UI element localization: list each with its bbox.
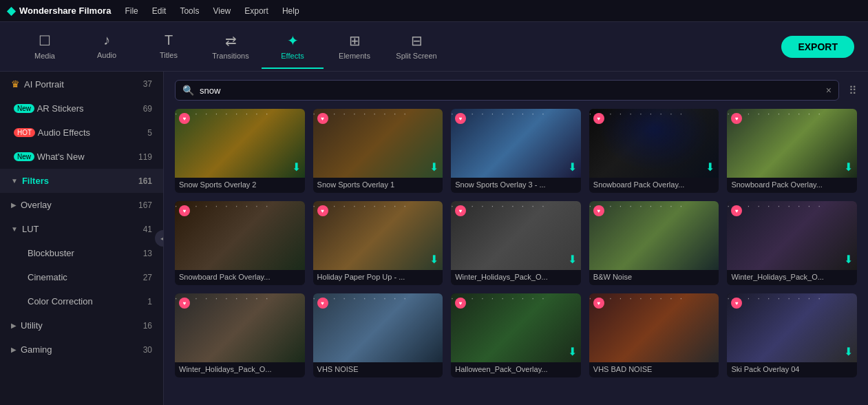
effect-card-10[interactable]: ♥⬇Winter_Holidays_Pack_O... [727, 201, 857, 285]
download-icon-15[interactable]: ⬇ [844, 345, 853, 358]
tool-media[interactable]: ☐ Media [14, 25, 76, 69]
sidebar-item-audio-effects[interactable]: HOT Audio Effects 5 [0, 121, 163, 145]
transitions-icon: ⇄ [225, 32, 237, 49]
effects-grid: ♥⬇Snow Sports Overlay 2♥⬇Snow Sports Ove… [164, 109, 868, 405]
tool-split-screen[interactable]: ⊟ Split Screen [385, 25, 447, 69]
tool-titles[interactable]: T Titles [138, 25, 200, 69]
sidebar-item-filters[interactable]: ▼ Filters 161 [0, 169, 163, 193]
sidebar-item-overlay[interactable]: ▶ Overlay 167 [0, 193, 163, 217]
effect-card-8[interactable]: ♥⬇Winter_Holidays_Pack_O... [451, 201, 581, 285]
effect-name-3: Snow Sports Overlay 3 - ... [451, 178, 581, 193]
menu-edit[interactable]: Edit [152, 6, 167, 16]
sidebar-item-whats-new[interactable]: New What's New 119 [0, 145, 163, 169]
download-icon-13[interactable]: ⬇ [568, 345, 577, 358]
tool-elements[interactable]: ⊞ Elements [324, 25, 385, 69]
sidebar-item-blockbuster[interactable]: Blockbuster 13 [0, 241, 163, 265]
menu-tools[interactable]: Tools [180, 6, 199, 16]
menu-file[interactable]: File [125, 6, 138, 16]
fav-icon-7[interactable]: ♥ [317, 205, 328, 216]
export-button[interactable]: EXPORT [781, 36, 854, 58]
tool-transitions[interactable]: ⇄ Transitions [200, 25, 262, 69]
search-icon: 🔍 [182, 85, 194, 96]
expand-gaming-icon: ▶ [11, 346, 17, 353]
fav-icon-2[interactable]: ♥ [317, 113, 328, 124]
effect-card-6[interactable]: ♥Snowboard Pack Overlay... [175, 201, 305, 285]
download-icon-8[interactable]: ⬇ [568, 253, 577, 266]
sidebar-item-lut[interactable]: ▼ LUT 41 [0, 217, 163, 241]
tool-elements-label: Elements [339, 52, 370, 60]
sidebar-item-cinematic[interactable]: Cinematic 27 [0, 265, 163, 289]
sidebar-count-ai-portrait: 37 [143, 79, 152, 89]
fav-icon-1[interactable]: ♥ [179, 113, 190, 124]
effect-card-1[interactable]: ♥⬇Snow Sports Overlay 2 [175, 109, 305, 193]
download-icon-1[interactable]: ⬇ [292, 160, 301, 174]
effect-card-11[interactable]: ♥Winter_Holidays_Pack_O... [175, 293, 305, 377]
effect-card-12[interactable]: ♥VHS NOISE [313, 293, 443, 377]
menu-bar: ◆ Wondershare Filmora File Edit Tools Vi… [0, 0, 868, 22]
download-icon-10[interactable]: ⬇ [844, 253, 853, 266]
effect-card-2[interactable]: ♥⬇Snow Sports Overlay 1 [313, 109, 443, 193]
expand-filters-icon: ▼ [11, 177, 18, 185]
fav-icon-12[interactable]: ♥ [317, 298, 328, 309]
effect-name-13: Halloween_Pack_Overlay... [451, 362, 581, 377]
fav-icon-14[interactable]: ♥ [593, 298, 604, 309]
download-icon-7[interactable]: ⬇ [430, 253, 438, 266]
tool-effects[interactable]: ✦ Effects [262, 25, 324, 69]
effect-name-14: VHS BAD NOISE [589, 362, 719, 377]
effect-card-15[interactable]: ♥⬇Ski Pack Overlay 04 [727, 293, 857, 377]
app-name: Wondershare Filmora [19, 6, 111, 16]
effect-card-9[interactable]: ♥B&W Noise [589, 201, 719, 285]
download-icon-5[interactable]: ⬇ [844, 160, 853, 174]
fav-icon-6[interactable]: ♥ [179, 205, 190, 216]
clear-search-icon[interactable]: × [826, 85, 832, 96]
titles-icon: T [165, 32, 173, 48]
effect-card-13[interactable]: ♥⬇Halloween_Pack_Overlay... [451, 293, 581, 377]
effect-card-5[interactable]: ♥⬇Snowboard Pack Overlay... [727, 109, 857, 193]
effects-icon: ✦ [287, 32, 299, 49]
fav-icon-4[interactable]: ♥ [593, 113, 604, 124]
effect-card-3[interactable]: ♥⬇Snow Sports Overlay 3 - ... [451, 109, 581, 193]
sidebar-label-color-correction: Color Correction [28, 296, 93, 307]
effect-name-12: VHS NOISE [313, 362, 443, 377]
sidebar-item-ar-stickers[interactable]: New AR Stickers 69 [0, 96, 163, 121]
sidebar-item-color-correction[interactable]: Color Correction 1 [0, 289, 163, 313]
tool-media-label: Media [34, 52, 55, 60]
sidebar-count-utility: 16 [143, 321, 152, 331]
audio-icon: ♪ [103, 32, 110, 48]
download-icon-3[interactable]: ⬇ [568, 160, 577, 174]
effect-name-7: Holiday Paper Pop Up - ... [313, 270, 443, 285]
tool-split-screen-label: Split Screen [396, 52, 436, 60]
sidebar-item-gaming[interactable]: ▶ Gaming 30 [0, 338, 163, 362]
tool-transitions-label: Transitions [212, 52, 248, 60]
sidebar-count-ar-stickers: 69 [143, 104, 152, 114]
grid-view-icon[interactable]: ⠿ [849, 84, 857, 97]
effect-card-7[interactable]: ♥⬇Holiday Paper Pop Up - ... [313, 201, 443, 285]
fav-icon-11[interactable]: ♥ [179, 298, 190, 309]
fav-icon-9[interactable]: ♥ [593, 205, 604, 216]
sidebar-item-ai-portrait[interactable]: ♛ AI Portrait 37 [0, 72, 163, 96]
search-bar: 🔍 × ⠿ [164, 72, 868, 109]
tool-audio-label: Audio [97, 51, 116, 59]
effect-card-4[interactable]: ♥⬇Snowboard Pack Overlay... [589, 109, 719, 193]
tool-titles-label: Titles [160, 51, 178, 59]
sidebar-count-color-correction: 1 [147, 297, 152, 307]
search-input[interactable] [200, 85, 821, 96]
sidebar-count-audio-effects: 5 [147, 128, 152, 138]
expand-lut-icon: ▼ [11, 225, 18, 233]
effect-name-5: Snowboard Pack Overlay... [727, 178, 857, 193]
sidebar-label-utility: Utility [21, 320, 43, 331]
download-icon-4[interactable]: ⬇ [706, 160, 714, 174]
menu-help[interactable]: Help [282, 6, 299, 16]
toolbar: ☐ Media ♪ Audio T Titles ⇄ Transitions ✦… [0, 22, 868, 72]
effect-name-15: Ski Pack Overlay 04 [727, 362, 857, 377]
menu-export[interactable]: Export [244, 6, 268, 16]
download-icon-2[interactable]: ⬇ [430, 160, 438, 174]
badge-new-whats: New [14, 152, 34, 161]
effect-name-9: B&W Noise [589, 270, 719, 285]
menu-view[interactable]: View [213, 6, 231, 16]
sidebar-label-ar-stickers: AR Stickers [37, 103, 84, 114]
tool-audio[interactable]: ♪ Audio [76, 25, 138, 69]
sidebar-item-utility[interactable]: ▶ Utility 16 [0, 313, 163, 338]
effect-name-2: Snow Sports Overlay 1 [313, 178, 443, 193]
effect-card-14[interactable]: ♥VHS BAD NOISE [589, 293, 719, 377]
